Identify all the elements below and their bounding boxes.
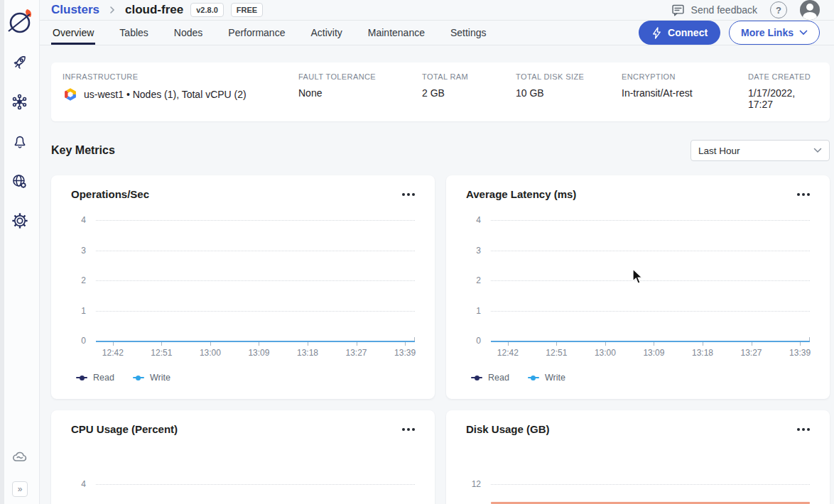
legend-marker-icon (133, 375, 144, 380)
x-axis-tick (703, 342, 703, 346)
chart-gridline (96, 484, 415, 485)
chart-options-ellipsis-icon[interactable] (402, 425, 415, 434)
settings-gear-icon[interactable] (11, 212, 29, 230)
x-axis-tick (508, 342, 509, 346)
breadcrumb-clusters-link[interactable]: Clusters (51, 3, 99, 17)
x-axis-tick (259, 342, 259, 346)
lightning-icon (651, 27, 662, 39)
y-axis-tick-label: 1 (476, 306, 481, 316)
chart-gridline (96, 220, 415, 221)
y-axis-tick-label: 3 (81, 246, 86, 256)
sidebar: » (0, 0, 40, 504)
cluster-info-card: INFRASTRUCTURE us- (51, 62, 830, 121)
chart-title: Operations/Sec (71, 188, 149, 200)
chart-plot-area: 4 (96, 455, 415, 504)
brand-logo[interactable] (4, 6, 36, 37)
sidebar-nav (11, 53, 29, 230)
x-axis-tick (161, 342, 162, 346)
legend-item-write[interactable]: Write (528, 373, 565, 383)
x-axis-tick-label: 13:39 (789, 348, 811, 358)
x-axis-tick-label: 13:18 (297, 348, 318, 358)
tab-activity[interactable]: Activity (309, 21, 343, 45)
chart-card: CPU Usage (Percent)4 (51, 410, 435, 504)
more-links-button[interactable]: More Links (729, 21, 820, 45)
tab-tables[interactable]: Tables (118, 21, 149, 45)
legend-item-read[interactable]: Read (471, 373, 509, 383)
chart-gridline (96, 280, 415, 281)
info-label: ENCRYPTION (622, 72, 748, 81)
info-label: FAULT TOLERANCE (298, 72, 422, 81)
tab-maintenance[interactable]: Maintenance (367, 21, 426, 45)
chart-gridline (96, 251, 415, 251)
chart-gridline (96, 311, 415, 312)
info-value: In-transit/At-rest (622, 87, 748, 99)
app-window: » Clusters cloud-free v2.8.0 FREE Send f (0, 0, 834, 504)
time-range-value: Last Hour (698, 146, 740, 156)
chart-options-ellipsis-icon[interactable] (797, 425, 810, 434)
x-axis-tick-label: 13:27 (741, 348, 762, 358)
rocket-icon[interactable] (11, 53, 29, 71)
top-bar-right: Send feedback ? (671, 0, 820, 20)
key-metrics-row: Key Metrics Last Hour (51, 140, 830, 161)
flat-series-line-at-zero (491, 341, 810, 342)
chart-plot-area: 4321012:4212:5113:0013:0913:1813:2713:39 (491, 220, 810, 341)
tab-nodes[interactable]: Nodes (173, 21, 204, 45)
y-axis-tick-label: 2 (476, 275, 481, 285)
chart-title: CPU Usage (Percent) (71, 423, 178, 435)
y-axis-tick-label: 1 (81, 306, 86, 316)
x-axis-tick (357, 342, 357, 346)
chart-legend: ReadWrite (471, 373, 565, 383)
help-icon[interactable]: ? (770, 1, 787, 18)
chart-card: Disk Usage (GB)12 (446, 410, 830, 504)
legend-item-write[interactable]: Write (133, 373, 170, 383)
x-axis-tick (752, 342, 752, 346)
x-axis-tick (800, 342, 801, 346)
flat-series-line-at-zero (96, 341, 415, 342)
info-value: us-west1 • Nodes (1), Total vCPU (2) (84, 89, 247, 100)
info-label: DATE CREATED (748, 72, 818, 81)
legend-marker-icon (471, 375, 482, 380)
gcp-logo-icon (63, 87, 78, 102)
top-bar: Clusters cloud-free v2.8.0 FREE Send fee… (40, 0, 834, 21)
chart-options-ellipsis-icon[interactable] (797, 190, 810, 199)
sidebar-bottom: » (0, 447, 40, 497)
tab-settings[interactable]: Settings (449, 21, 488, 45)
notifications-bell-icon[interactable] (11, 132, 29, 150)
legend-item-read[interactable]: Read (76, 373, 114, 383)
tab-bar: Overview Tables Nodes Performance Activi… (40, 21, 834, 45)
chart-card: Average Latency (ms)4321012:4212:5113:00… (446, 175, 830, 399)
send-feedback-button[interactable]: Send feedback (671, 3, 757, 18)
expand-sidebar-button[interactable]: » (12, 481, 28, 497)
info-date-created: DATE CREATED 1/17/2022, 17:27 (748, 72, 818, 110)
y-axis-tick-label: 0 (81, 336, 86, 346)
chart-title: Disk Usage (GB) (466, 423, 550, 435)
cloud-status-icon[interactable] (11, 447, 29, 466)
cluster-network-icon[interactable] (11, 92, 29, 111)
global-settings-icon[interactable] (11, 172, 29, 190)
info-label: TOTAL RAM (422, 72, 516, 81)
x-axis-tick-label: 13:00 (200, 348, 221, 358)
chart-gridline (491, 280, 810, 281)
x-axis-labels: 12:4212:5113:0013:0913:1813:2713:39 (96, 348, 415, 358)
chart-legend: ReadWrite (76, 373, 170, 383)
x-axis-tick (405, 342, 406, 346)
chart-header: Disk Usage (GB) (466, 423, 810, 435)
connect-button[interactable]: Connect (639, 21, 720, 45)
x-axis-tick (654, 342, 654, 346)
chart-options-ellipsis-icon[interactable] (402, 190, 415, 199)
tab-overview[interactable]: Overview (51, 21, 95, 45)
legend-marker-icon (528, 375, 539, 380)
user-avatar[interactable] (800, 0, 820, 20)
plan-badge: FREE (231, 3, 263, 17)
version-badge: v2.8.0 (190, 3, 224, 17)
info-label: TOTAL DISK SIZE (516, 72, 622, 81)
legend-label: Read (93, 373, 114, 383)
time-range-select[interactable]: Last Hour (691, 140, 830, 161)
tab-performance[interactable]: Performance (227, 21, 286, 45)
y-axis-tick-label: 4 (81, 479, 86, 489)
x-axis-tick-label: 13:27 (346, 348, 367, 358)
chart-gridline (491, 311, 810, 312)
chart-header: Average Latency (ms) (466, 188, 810, 200)
legend-label: Write (150, 373, 170, 383)
info-value: 1/17/2022, 17:27 (748, 87, 818, 110)
